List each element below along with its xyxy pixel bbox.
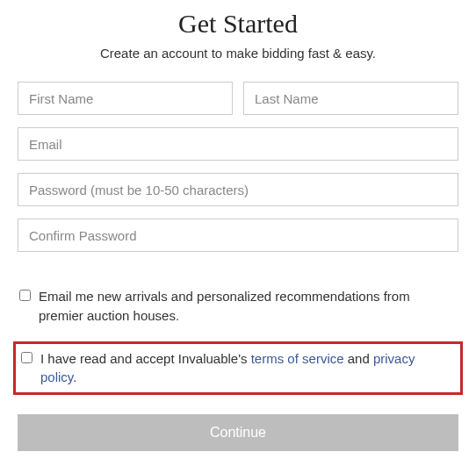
terms-checkbox[interactable] [21, 352, 32, 363]
newsletter-label: Email me new arrivals and personalized r… [39, 287, 457, 326]
continue-button[interactable]: Continue [18, 414, 458, 451]
terms-text-suffix: . [73, 369, 76, 384]
newsletter-checkbox-row: Email me new arrivals and personalized r… [18, 283, 458, 329]
terms-text-middle: and [344, 351, 373, 366]
page-title: Get Started [18, 9, 458, 39]
confirm-password-field[interactable] [18, 219, 458, 252]
last-name-field[interactable] [243, 82, 458, 115]
newsletter-checkbox[interactable] [19, 290, 31, 301]
terms-label: I have read and accept Invaluable's term… [40, 349, 455, 388]
terms-checkbox-row: I have read and accept Invaluable's term… [13, 341, 463, 396]
first-name-field[interactable] [18, 82, 233, 115]
page-subtitle: Create an account to make bidding fast &… [18, 46, 458, 61]
terms-text-prefix: I have read and accept Invaluable's [40, 351, 251, 366]
password-field[interactable] [18, 173, 458, 206]
email-field[interactable] [18, 127, 458, 161]
name-row [18, 82, 458, 115]
terms-of-service-link[interactable]: terms of service [251, 351, 344, 366]
